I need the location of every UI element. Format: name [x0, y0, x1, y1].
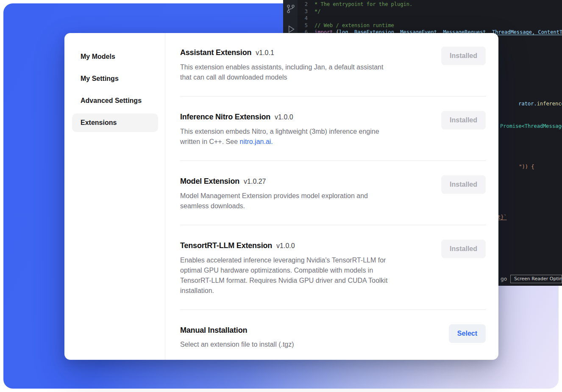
manual-installation-title: Manual Installation — [180, 324, 247, 336]
extension-version: v1.0.27 — [244, 176, 266, 188]
section-divider — [180, 309, 486, 310]
description-text: This extension embeds Nitro, a lightweig… — [180, 128, 379, 145]
extension-title: Assistant Extension — [180, 47, 251, 58]
code-text: * The entrypoint for the plugin. — [314, 1, 412, 8]
sidebar-item-my-models[interactable]: My Models — [72, 47, 158, 66]
extension-row-assistant: Assistant Extension v1.0.1 This extensio… — [180, 47, 486, 83]
code-text: */ — [314, 8, 320, 15]
settings-sidebar: My Models My Settings Advanced Settings … — [64, 33, 165, 360]
nitro-jan-ai-link[interactable]: nitro.jan.ai. — [240, 138, 273, 145]
section-divider — [180, 96, 486, 97]
code-fragment: rator.inference(data)); — [500, 95, 562, 113]
extension-info: Manual Installation Select an extension … — [180, 324, 294, 350]
line-number: 5 — [298, 22, 314, 29]
extension-description: Enables accelerated inference leveraging… — [180, 255, 387, 296]
code-fragment: ")) { — [501, 158, 534, 176]
line-number: 4 — [298, 15, 314, 22]
code-fragment: Promise<ThreadMessage> — [500, 123, 562, 129]
sidebar-item-my-settings[interactable]: My Settings — [72, 69, 158, 88]
extension-title: TensortRT-LLM Extension — [180, 240, 272, 251]
extensions-list: Assistant Extension v1.0.1 This extensio… — [165, 33, 498, 360]
extension-row-model: Model Extension v1.0.27 Model Management… — [180, 175, 486, 211]
status-language-label[interactable]: go — [501, 276, 507, 282]
extension-row-nitro: Inference Nitro Extension v1.0.0 This ex… — [180, 111, 486, 147]
editor-status-bar: go Screen Reader Optimized — [501, 275, 562, 283]
sidebar-item-extensions[interactable]: Extensions — [72, 113, 158, 132]
extension-title: Inference Nitro Extension — [180, 111, 270, 123]
installed-button[interactable]: Installed — [441, 175, 486, 194]
desktop-background: 2 * The entrypoint for the plugin. 3 */ … — [0, 0, 562, 392]
code-fragment: t}` — [498, 214, 507, 220]
code-text: ")) { — [519, 164, 534, 170]
source-control-icon[interactable] — [285, 3, 296, 14]
section-divider — [180, 160, 486, 161]
manual-installation-description: Select an extension file to install (.tg… — [180, 340, 294, 350]
installed-button[interactable]: Installed — [441, 240, 486, 258]
screen-reader-notice[interactable]: Screen Reader Optimized — [510, 275, 562, 283]
installed-button[interactable]: Installed — [441, 111, 486, 130]
section-divider — [180, 225, 486, 225]
code-text: inference — [537, 101, 562, 107]
code-line: 3 */ — [298, 8, 562, 15]
extension-description: This extension enables assistants, inclu… — [180, 62, 383, 83]
code-line: 5 // Web / extension runtime — [298, 22, 562, 29]
code-line: 2 * The entrypoint for the plugin. — [298, 1, 562, 8]
sidebar-item-advanced-settings[interactable]: Advanced Settings — [72, 91, 158, 110]
code-line: 4 — [298, 15, 562, 22]
extension-description: This extension embeds Nitro, a lightweig… — [180, 127, 379, 147]
extension-row-tensorrt: TensortRT-LLM Extension v1.0.0 Enables a… — [180, 240, 486, 296]
extension-info: Assistant Extension v1.0.1 This extensio… — [180, 47, 383, 83]
extension-info: Inference Nitro Extension v1.0.0 This ex… — [180, 111, 379, 147]
installed-button[interactable]: Installed — [441, 47, 486, 65]
code-text: // Web / extension runtime — [314, 22, 394, 29]
extension-version: v1.0.0 — [276, 240, 295, 252]
line-number: 3 — [298, 8, 314, 15]
line-number: 2 — [298, 1, 314, 8]
extension-version: v1.0.1 — [256, 47, 274, 59]
extension-version: v1.0.0 — [275, 111, 293, 123]
settings-panel: My Models My Settings Advanced Settings … — [64, 33, 498, 360]
manual-installation-row: Manual Installation Select an extension … — [180, 324, 486, 350]
code-text: rator. — [518, 101, 537, 107]
extension-info: TensortRT-LLM Extension v1.0.0 Enables a… — [180, 240, 387, 296]
extension-title: Model Extension — [180, 175, 239, 187]
select-file-button[interactable]: Select — [449, 324, 486, 343]
editor-code-area: 2 * The entrypoint for the plugin. 3 */ … — [298, 1, 562, 36]
extension-info: Model Extension v1.0.27 Model Management… — [180, 175, 368, 211]
extension-description: Model Management Extension provides mode… — [180, 191, 368, 211]
